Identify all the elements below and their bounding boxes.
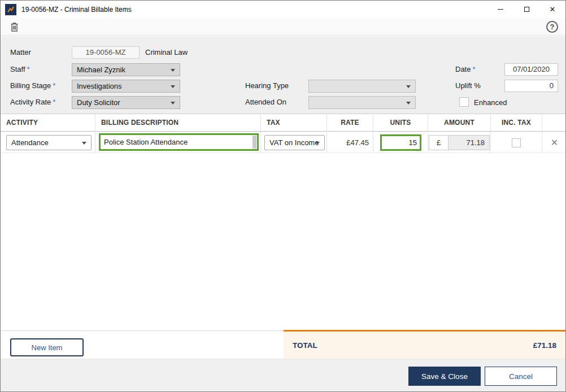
hearing-type-label: Hearing Type: [245, 81, 289, 90]
column-header-billing-description: BILLING DESCRIPTION: [95, 114, 261, 131]
matter-label: Matter: [10, 48, 31, 56]
close-button[interactable]: ✕: [539, 1, 565, 18]
column-header-units: UNITS: [373, 114, 428, 131]
minimize-icon: [498, 9, 503, 10]
app-logo-arrow: [6, 5, 15, 14]
activity-rate-label: Activity Rate*: [10, 98, 55, 106]
new-item-button[interactable]: New Item: [10, 338, 84, 356]
enhanced-label: Enhanced: [474, 98, 507, 107]
chevron-down-icon: [406, 102, 411, 104]
billing-description-input[interactable]: Police Station Attendance: [99, 133, 259, 151]
chevron-down-icon: [171, 85, 175, 88]
billing-stage-label: Billing Stage*: [10, 81, 55, 90]
column-header-tax: TAX: [261, 114, 327, 131]
column-header-actions: [542, 114, 566, 131]
help-icon: ?: [550, 23, 555, 31]
attended-on-dropdown[interactable]: [308, 96, 416, 109]
textbox-scrollbar[interactable]: [252, 136, 256, 149]
amount-value: 71.18: [449, 136, 489, 150]
cancel-button[interactable]: Cancel: [485, 367, 557, 386]
column-header-inc-tax: INC. TAX: [491, 114, 542, 131]
activity-dropdown-value: Attendance: [11, 138, 49, 147]
trash-icon: [10, 22, 19, 32]
date-label: Date*: [455, 65, 476, 73]
chevron-down-icon: [171, 69, 175, 72]
total-label: TOTAL: [293, 341, 317, 350]
new-item-label: New Item: [32, 343, 63, 352]
matter-field: 19-0056-MZ: [72, 46, 140, 59]
uplift-label: Uplift %: [455, 81, 481, 90]
date-field[interactable]: 07/01/2020: [504, 63, 558, 76]
currency-symbol: £: [429, 136, 449, 150]
minimize-button[interactable]: [487, 1, 513, 18]
total-value: £71.18: [533, 341, 556, 350]
delete-item-button[interactable]: [8, 21, 20, 33]
window-controls: ✕: [487, 1, 565, 18]
inc-tax-checkbox[interactable]: [512, 138, 521, 147]
column-header-amount: AMOUNT: [428, 114, 491, 131]
billing-description-value: Police Station Attendance: [104, 138, 188, 146]
chevron-down-icon: [315, 142, 320, 145]
help-button[interactable]: ?: [546, 21, 558, 33]
activity-dropdown[interactable]: Attendance: [6, 135, 92, 150]
attended-on-label: Attended On: [245, 98, 286, 106]
matter-category-label: Criminal Law: [145, 48, 188, 56]
footer: Save & Close Cancel: [1, 359, 565, 391]
required-asterisk: *: [27, 65, 30, 73]
uplift-field[interactable]: 0: [504, 80, 558, 92]
billing-stage-dropdown[interactable]: Investigations: [72, 80, 180, 93]
cancel-label: Cancel: [509, 372, 533, 381]
total-bar: TOTAL £71.18: [284, 330, 565, 359]
enhanced-checkbox[interactable]: [459, 97, 469, 107]
chevron-down-icon: [82, 142, 86, 145]
close-icon: ✕: [551, 138, 558, 147]
chevron-down-icon: [171, 102, 175, 104]
tax-dropdown[interactable]: VAT on Income: [264, 135, 325, 150]
billing-stage-dropdown-value: Investigations: [77, 82, 122, 90]
required-asterisk: *: [53, 81, 55, 90]
close-icon: ✕: [550, 5, 556, 14]
tax-dropdown-value: VAT on Income: [269, 138, 319, 147]
staff-label: Staff*: [10, 65, 30, 73]
maximize-button[interactable]: [513, 1, 539, 18]
units-input[interactable]: 15: [380, 134, 421, 151]
staff-dropdown-value: Michael Zyznik: [77, 66, 125, 74]
window-title: 19-0056-MZ - Criminal Billable Items: [21, 6, 132, 14]
required-asterisk: *: [472, 65, 475, 73]
activity-rate-dropdown[interactable]: Duty Solicitor: [72, 96, 180, 109]
toolbar: ?: [1, 18, 565, 36]
required-asterisk: *: [53, 98, 55, 106]
column-header-rate: RATE: [327, 114, 373, 131]
amount-field: £ 71.18: [429, 135, 490, 150]
app-logo-icon: [5, 4, 16, 15]
rate-value: £47.45: [327, 135, 369, 150]
save-close-label: Save & Close: [421, 372, 468, 381]
title-bar: 19-0056-MZ - Criminal Billable Items ✕: [1, 1, 565, 18]
staff-dropdown[interactable]: Michael Zyznik: [72, 63, 180, 76]
activity-rate-dropdown-value: Duty Solicitor: [77, 98, 120, 107]
grid-header: ACTIVITY BILLING DESCRIPTION TAX RATE UN…: [1, 114, 565, 132]
delete-row-button[interactable]: ✕: [542, 135, 566, 150]
save-close-button[interactable]: Save & Close: [408, 367, 481, 386]
hearing-type-dropdown[interactable]: [308, 80, 416, 93]
column-header-activity: ACTIVITY: [1, 114, 95, 131]
maximize-icon: [524, 7, 529, 12]
chevron-down-icon: [406, 85, 411, 88]
bottom-bar-left: New Item: [1, 330, 284, 359]
